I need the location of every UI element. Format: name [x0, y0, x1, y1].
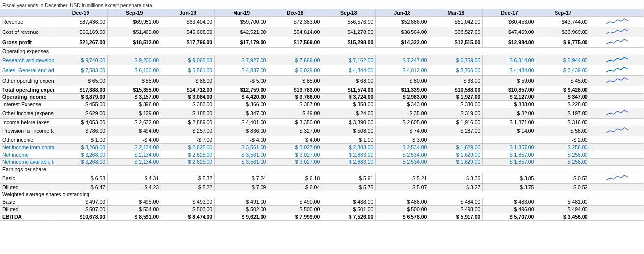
- cell-r12-c4: $ 327.00: [268, 126, 322, 136]
- cell-r4-c7: $ 6,759.00: [429, 55, 483, 65]
- cell-r6-c4: $ 85.00: [268, 76, 322, 86]
- cell-r5-c4: $ 6,029.00: [268, 65, 322, 76]
- cell-r19-c3: $ 7.09: [215, 184, 268, 191]
- cell-r23-c2: $ 8,474.00: [161, 213, 215, 221]
- col-header-Sep-19: Sep-19: [108, 9, 161, 17]
- cell-r22-c9: $ 494.00: [536, 206, 590, 213]
- cell-r21-c7: $ 484.00: [429, 198, 483, 206]
- cell-r11-c7: $ 1,916.00: [429, 119, 483, 126]
- col-header-Sep-18: Sep-18: [322, 9, 376, 17]
- cell-r18-c4: $ 6.18: [268, 173, 322, 184]
- cell-r12-c7: $ 287.00: [429, 126, 483, 136]
- cell-r15-c5: $ 2,883.00: [322, 151, 376, 159]
- cell-r4-c1: $ 9,200.00: [108, 55, 161, 65]
- cell-r9-c9: $ 228.00: [536, 101, 590, 108]
- cell-r11-c4: $ 3,350.00: [268, 119, 322, 126]
- cell-r14-c6: $ 2,534.00: [376, 144, 429, 151]
- sparkline-8: [590, 94, 644, 101]
- row-label-1: Cost of revenue: [0, 27, 54, 37]
- cell-r19-c1: $ 4.23: [108, 184, 161, 191]
- cell-r2-c3: $17,179.00: [215, 37, 268, 48]
- cell-r10-c1: -$ 129.00: [108, 108, 161, 119]
- cell-r0-c2: $63,404.00: [161, 17, 215, 27]
- cell-r2-c5: $15,298.00: [322, 37, 376, 48]
- cell-r9-c5: $ 358.00: [322, 101, 376, 108]
- cell-r22-c7: $ 498.00: [429, 206, 483, 213]
- cell-r16-c1: $ 2,134.00: [108, 159, 161, 166]
- section-header-3: Operating expenses: [0, 48, 644, 55]
- cell-r5-c9: $ 3,439.00: [536, 65, 590, 76]
- cell-r8-c3: $ 4,420.00: [215, 94, 268, 101]
- cell-r7-c9: $ 9,428.00: [536, 86, 590, 94]
- row-label-19: Diluted: [0, 184, 54, 191]
- col-header-Dec-19: Dec-19: [54, 9, 108, 17]
- cell-r2-c7: $12,515.00: [429, 37, 483, 48]
- cell-r18-c8: $ 3.85: [483, 173, 536, 184]
- cell-r15-c6: $ 2,534.00: [376, 151, 429, 159]
- sparkline-5: [590, 65, 644, 76]
- cell-r4-c4: $ 7,669.00: [268, 55, 322, 65]
- sparkline-23: [590, 213, 644, 221]
- cell-r5-c5: $ 4,344.00: [322, 65, 376, 76]
- row-label-16: Net income available to common sharehold…: [0, 159, 54, 166]
- row-label-10: Other income (expense): [0, 108, 54, 119]
- cell-r19-c9: $ 0.52: [536, 184, 590, 191]
- cell-r2-c8: $12,984.00: [483, 37, 536, 48]
- cell-r16-c7: $ 1,629.00: [429, 159, 483, 166]
- cell-r13-c4: $ 4.00: [268, 136, 322, 144]
- cell-r14-c0: $ 3,268.00: [54, 144, 108, 151]
- col-header-Sep-17: Sep-17: [536, 9, 590, 17]
- cell-r11-c3: $ 4,401.00: [215, 119, 268, 126]
- cell-r0-c8: $60,453.00: [483, 17, 536, 27]
- cell-r0-c7: $51,042.00: [429, 17, 483, 27]
- cell-r1-c5: $41,278.00: [322, 27, 376, 37]
- cell-r7-c5: $11,574.00: [322, 86, 376, 94]
- cell-r23-c9: $ 3,456.00: [536, 213, 590, 221]
- cell-r13-c9: -$ 2.00: [536, 136, 590, 144]
- cell-r4-c2: $ 9,065.00: [161, 55, 215, 65]
- cell-r18-c1: $ 4.31: [108, 173, 161, 184]
- cell-r9-c8: $ 338.00: [483, 101, 536, 108]
- cell-r13-c6: $ 3.00: [376, 136, 429, 144]
- cell-r22-c5: $ 501.00: [322, 206, 376, 213]
- cell-r23-c7: $ 5,917.00: [429, 213, 483, 221]
- cell-r8-c6: $ 2,983.00: [376, 94, 429, 101]
- cell-r22-c3: $ 502.00: [215, 206, 268, 213]
- sparkline-19: [590, 184, 644, 191]
- cell-r13-c5: $ 1.00: [322, 136, 376, 144]
- cell-r23-c0: $10,678.00: [54, 213, 108, 221]
- sparkline-18: [590, 173, 644, 184]
- cell-r7-c0: $17,388.00: [54, 86, 108, 94]
- cell-r5-c0: $ 7,583.00: [54, 65, 108, 76]
- cell-r15-c8: $ 1,857.00: [483, 151, 536, 159]
- cell-r6-c6: $ 80.00: [376, 76, 429, 86]
- row-label-8: Operating income: [0, 94, 54, 101]
- cell-r19-c8: $ 3.75: [483, 184, 536, 191]
- col-header-Jun-19: Jun-19: [161, 9, 215, 17]
- cell-r22-c2: $ 503.00: [161, 206, 215, 213]
- cell-r9-c3: $ 366.00: [215, 101, 268, 108]
- cell-r1-c9: $33,969.00: [536, 27, 590, 37]
- sparkline-21: [590, 198, 644, 206]
- cell-r15-c3: $ 3,561.00: [215, 151, 268, 159]
- cell-r10-c8: $ 82.00: [483, 108, 536, 119]
- sparkline-4: [590, 55, 644, 65]
- cell-r6-c9: $ 45.00: [536, 76, 590, 86]
- cell-r12-c1: $ 494.00: [108, 126, 161, 136]
- cell-r13-c0: $ 1.00: [54, 136, 108, 144]
- cell-r16-c3: $ 3,561.00: [215, 159, 268, 166]
- cell-r19-c7: $ 3.27: [429, 184, 483, 191]
- cell-r7-c4: $13,783.00: [268, 86, 322, 94]
- cell-r4-c5: $ 7,162.00: [322, 55, 376, 65]
- cell-r9-c6: $ 343.00: [376, 101, 429, 108]
- cell-r4-c9: $ 5,944.00: [536, 55, 590, 65]
- cell-r23-c6: $ 6,578.00: [376, 213, 429, 221]
- cell-r1-c4: $54,814.00: [268, 27, 322, 37]
- cell-r10-c7: $ 319.00: [429, 108, 483, 119]
- cell-r16-c8: $ 1,857.00: [483, 159, 536, 166]
- subtitle: Fiscal year ends in December. USD in mil…: [0, 2, 644, 9]
- cell-r8-c9: $ 347.00: [536, 94, 590, 101]
- cell-r10-c9: $ 197.00: [536, 108, 590, 119]
- cell-r1-c6: $38,564.00: [376, 27, 429, 37]
- cell-r18-c3: $ 7.24: [215, 173, 268, 184]
